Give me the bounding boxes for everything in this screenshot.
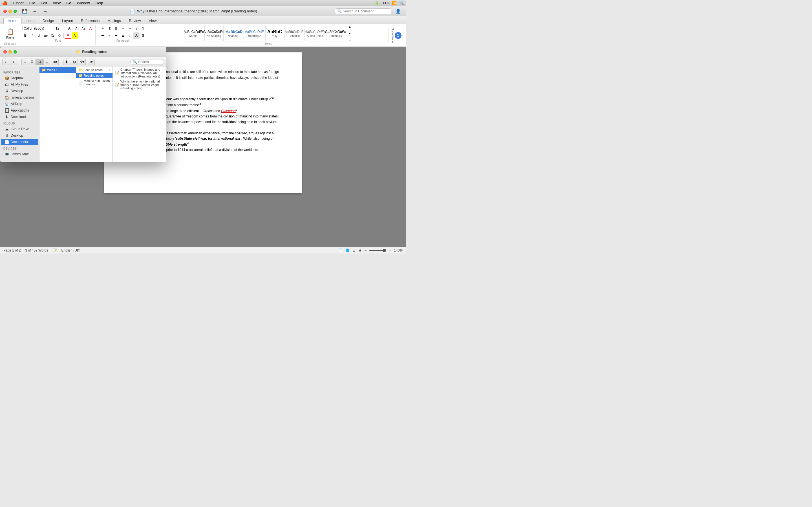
borders-button[interactable]: ⊞ <box>140 33 146 39</box>
proofing-icon[interactable]: 📝 <box>53 248 57 252</box>
tab-mailings[interactable]: Mailings <box>103 17 125 24</box>
col2-lecture-notes[interactable]: 📁 Lecture notes › <box>76 67 112 73</box>
styles-expand[interactable]: ⌄ <box>347 37 353 42</box>
styles-scroll-up[interactable]: ▲ <box>347 25 353 30</box>
font-shrink-button[interactable]: A <box>73 25 80 32</box>
styles-scroll-down[interactable]: ▼ <box>347 31 353 37</box>
menu-file[interactable]: File <box>28 1 36 5</box>
tab-insert[interactable]: Insert <box>22 17 39 24</box>
font-name-input[interactable] <box>22 25 53 31</box>
align-right-button[interactable]: ➡ <box>113 33 119 39</box>
finder-minimize-button[interactable] <box>8 50 12 54</box>
finder-more-button[interactable]: ⚙▾ <box>79 59 86 65</box>
col2-module-outline[interactable]: 📄 Module outli...ation theories <box>76 78 112 87</box>
col3-wight-file[interactable]: 📝 Why is there no international theory? … <box>113 79 166 91</box>
view-web-icon[interactable]: 🌐 <box>345 248 350 252</box>
share-button[interactable]: 👤 <box>394 7 403 16</box>
finder-list-view[interactable]: ☰ <box>29 59 36 65</box>
finder-search[interactable]: 🔍 Search <box>130 59 164 65</box>
finder-preview-button[interactable]: 👁 <box>88 59 95 65</box>
style-no-spacing[interactable]: AaBbCcDdEe No Spacing <box>204 25 223 41</box>
menu-view[interactable]: View <box>52 1 62 5</box>
sidebar-item-all-files[interactable]: 🗂 All My Files <box>1 81 38 88</box>
sidebar-item-downloads[interactable]: ⬇ Downloads <box>1 114 38 120</box>
finder-forward-button[interactable]: › <box>10 59 17 65</box>
view-normal-icon[interactable]: 📄 <box>338 248 343 252</box>
tab-home[interactable]: Home <box>3 17 22 24</box>
underline-button[interactable]: U <box>36 33 42 39</box>
bold-button[interactable]: B <box>22 33 29 39</box>
sidebar-item-icloud-drive[interactable]: ☁ iCloud Drive <box>1 126 38 132</box>
view-print-icon[interactable]: 🖨 <box>358 248 362 252</box>
finder-action-button[interactable]: ⬆ <box>63 59 70 65</box>
sidebar-item-home[interactable]: 🏠 jamesanderson <box>1 94 38 101</box>
toolbar-redo[interactable]: ↪ <box>41 7 50 16</box>
finder-group-button[interactable]: ⊞▾ <box>52 59 59 65</box>
tab-review[interactable]: Review <box>125 17 145 24</box>
clear-format-button[interactable]: A <box>87 25 94 32</box>
style-subtitle[interactable]: AaBbCcDdEe Subtitle <box>286 25 305 41</box>
sidebar-item-james-mac[interactable]: 💻 James' Mac <box>1 151 38 157</box>
zoom-in-button[interactable]: + <box>389 248 391 252</box>
font-grow-button[interactable]: A <box>66 25 72 32</box>
finder-icon-view[interactable]: ⊞ <box>21 59 28 65</box>
multilevel-list-button[interactable]: ⊟ <box>113 25 119 32</box>
close-button[interactable] <box>3 10 7 13</box>
minimize-button[interactable] <box>8 10 12 13</box>
finder-maximize-button[interactable] <box>13 50 17 54</box>
decrease-indent-button[interactable]: ← <box>120 25 126 32</box>
zoom-out-button[interactable]: − <box>364 248 366 252</box>
col2-reading-notes[interactable]: 📁 Reading notes › <box>76 73 112 78</box>
menu-window[interactable]: Window <box>76 1 91 5</box>
superscript-button[interactable]: X² <box>56 33 62 39</box>
italic-button[interactable]: I <box>29 33 35 39</box>
highlight-button[interactable]: A <box>71 33 78 39</box>
tab-design[interactable]: Design <box>39 17 58 24</box>
sidebar-item-documents[interactable]: 📄 Documents <box>1 139 38 145</box>
col1-week1[interactable]: 📁 Week 1 › <box>40 67 76 73</box>
sidebar-item-dropbox[interactable]: 📦 Dropbox <box>1 75 38 81</box>
toolbar-undo[interactable]: ↩ <box>31 7 40 16</box>
align-left-button[interactable]: ⬅ <box>100 33 106 39</box>
finder-close-button[interactable] <box>3 50 7 54</box>
sidebar-item-airdrop[interactable]: 📡 AirDrop <box>1 101 38 107</box>
font-size-input[interactable] <box>54 25 65 31</box>
paste-button[interactable]: 📋 Paste <box>4 25 16 41</box>
styles-pane-button[interactable]: 1 Styles Pane <box>389 28 404 43</box>
increase-indent-button[interactable]: → <box>126 25 133 32</box>
finder-back-button[interactable]: ‹ <box>2 59 9 65</box>
sort-button[interactable]: ↕ <box>133 25 140 32</box>
search-in-document[interactable]: 🔍 Search in Document <box>335 8 391 14</box>
tab-layout[interactable]: Layout <box>58 17 77 24</box>
toolbar-save[interactable]: 💾 <box>20 7 29 16</box>
menu-edit[interactable]: Edit <box>40 1 48 5</box>
maximize-button[interactable] <box>13 10 17 13</box>
view-outline-icon[interactable]: ☰ <box>352 248 356 252</box>
style-title[interactable]: AaBbC Title <box>265 25 285 41</box>
menu-go[interactable]: Go <box>65 1 72 5</box>
sidebar-item-desktop[interactable]: 🖥 Desktop <box>1 88 38 94</box>
finder-gallery-view[interactable]: ⊞ <box>43 59 50 65</box>
subscript-button[interactable]: X₂ <box>49 33 56 39</box>
bullets-button[interactable]: ≡ <box>100 25 106 32</box>
justify-button[interactable]: ☰ <box>120 33 126 39</box>
finder-column-view[interactable]: ⊟ <box>36 59 43 65</box>
style-emphasis[interactable]: AaBbCcDdEe Emphasis <box>326 25 345 41</box>
menu-finder[interactable]: Finder <box>12 1 25 5</box>
search-icon-menubar[interactable]: 🔍 <box>399 1 404 5</box>
apple-menu[interactable]: 🍎 <box>2 1 8 6</box>
style-subtle-emph[interactable]: AaBbCcDdEe Subtle Emph. <box>306 25 325 41</box>
strikethrough-button[interactable]: ab <box>43 33 49 39</box>
tab-references[interactable]: References <box>77 17 103 24</box>
sidebar-item-icloud-desktop[interactable]: 🖥 Desktop <box>1 132 38 138</box>
zoom-slider-thumb[interactable] <box>383 249 386 252</box>
change-case-button[interactable]: Aa <box>80 25 87 32</box>
sidebar-item-applications[interactable]: 🔲 Applications <box>1 107 38 114</box>
style-heading1[interactable]: AaBbCcD Heading 1 <box>225 25 244 41</box>
numbering-button[interactable]: ⑴ <box>106 25 112 32</box>
tab-view[interactable]: View <box>145 17 161 24</box>
menu-help[interactable]: Help <box>94 1 104 5</box>
shading-button[interactable]: A <box>133 33 140 39</box>
col3-chapter-file[interactable]: 📝 Chapter 'Theory, Images and Internatio… <box>113 67 166 79</box>
line-spacing-button[interactable]: ↕ <box>126 33 133 39</box>
